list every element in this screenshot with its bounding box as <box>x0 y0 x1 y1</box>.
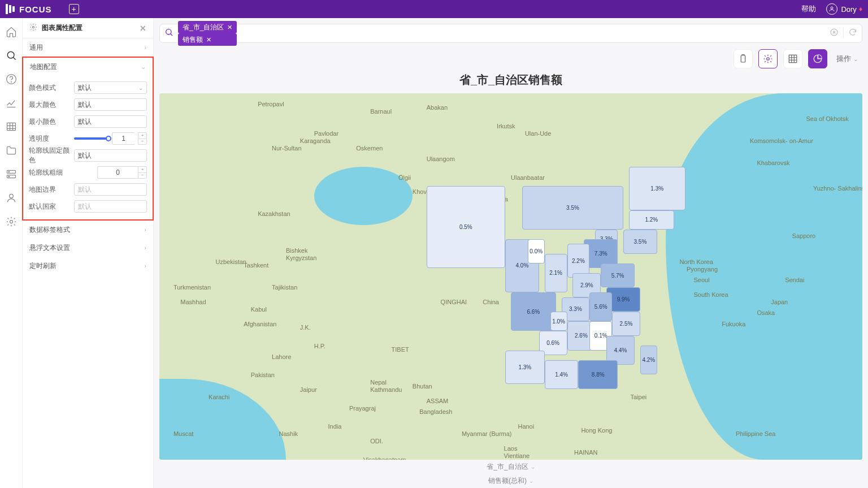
map-canvas[interactable]: KazakhstanMongoliaKyrgyzstanUzbekistanTa… <box>159 93 862 460</box>
outline-width-value[interactable]: 0 <box>97 166 138 179</box>
clipboard-button[interactable] <box>734 49 753 68</box>
search-icon[interactable] <box>6 50 17 61</box>
outline-color-input[interactable]: 默认 <box>74 149 147 162</box>
province[interactable]: 3.5% <box>623 230 657 254</box>
map-label: Visakhapatnam <box>363 456 406 460</box>
province[interactable]: 8.8% <box>578 360 618 389</box>
map-label: Kathmandu <box>370 386 402 393</box>
refresh-icon[interactable] <box>848 28 857 39</box>
color-mode-select[interactable]: 默认 ⌄ <box>74 81 147 94</box>
map-label: Lahore <box>272 353 291 360</box>
server-icon[interactable] <box>6 169 17 180</box>
user-avatar-icon[interactable] <box>826 3 837 15</box>
clear-icon[interactable] <box>830 28 839 39</box>
map-label: Kazakhstan <box>258 210 290 217</box>
max-color-input[interactable]: 默认 <box>74 98 147 111</box>
section-map-config[interactable]: 地图配置 ⌄ <box>23 58 153 76</box>
province[interactable]: 4.2% <box>640 346 657 374</box>
grid-button[interactable] <box>783 49 802 68</box>
map-label: Uzbekistan <box>216 258 246 265</box>
chevron-down-icon: ⌄ <box>529 478 533 484</box>
folder-icon[interactable] <box>6 145 17 156</box>
operate-menu[interactable]: 操作 ⌄ <box>836 54 858 64</box>
map-label: Mashhad <box>180 299 206 305</box>
map-extent-input[interactable]: 默认 <box>74 183 147 196</box>
settings-icon[interactable] <box>6 216 17 227</box>
user-icon[interactable] <box>6 192 17 204</box>
province[interactable]: 6.6% <box>511 292 556 331</box>
chip-remove-icon[interactable]: ✕ <box>227 24 232 31</box>
outline-width-stepper[interactable]: +− <box>138 166 147 179</box>
row-outline-width: 轮廓线粗细 0 +− <box>29 164 147 181</box>
svg-point-0 <box>831 7 833 9</box>
province[interactable]: 1.2% <box>629 210 674 230</box>
min-color-input[interactable]: 默认 <box>74 115 147 128</box>
map-label: Karaganda <box>300 137 331 144</box>
section-label: 定时刷新 <box>29 261 57 271</box>
map-label: HAINAN <box>574 449 598 456</box>
opacity-value[interactable]: 1 <box>112 132 134 145</box>
main-area: 省_市_自治区✕销售额✕ 操作 ⌄ 省_市_自治区销售额 <box>154 18 868 488</box>
step-up[interactable]: + <box>138 132 147 139</box>
province[interactable]: 5.7% <box>601 264 635 288</box>
province[interactable]: 2.5% <box>612 312 640 336</box>
gem-icon: ♦ <box>859 5 862 13</box>
map-label: Fukuoka <box>722 321 745 327</box>
province[interactable]: 1.0% <box>550 312 567 331</box>
chart-title: 省_市_自治区销售额 <box>159 72 862 88</box>
panel-header: 图表属性配置 ✕ <box>23 18 153 38</box>
search-icon <box>164 28 173 39</box>
default-country-input[interactable]: 默认 <box>74 200 147 213</box>
province[interactable]: 1.3% <box>505 351 545 385</box>
map-label: Bishkek <box>286 247 308 254</box>
opacity-stepper[interactable]: +− <box>138 132 147 145</box>
footer-measure[interactable]: 销售额(总和)⌄ <box>159 474 862 488</box>
step-up[interactable]: + <box>138 166 147 172</box>
map-label: Osaka <box>757 309 775 316</box>
step-down[interactable]: − <box>138 172 147 179</box>
settings-button[interactable] <box>758 49 778 68</box>
home-icon[interactable] <box>6 26 17 37</box>
chart-type-button[interactable] <box>808 49 827 68</box>
chevron-down-icon: ⌄ <box>141 63 146 71</box>
query-chip[interactable]: 省_市_自治区✕ <box>178 21 237 33</box>
map-label: Philippine Sea <box>736 430 775 437</box>
section-label: 地图配置 <box>30 62 57 72</box>
table-icon[interactable] <box>6 121 17 132</box>
map-label: India <box>328 423 342 430</box>
field-label: 地图边界 <box>29 185 70 195</box>
section-data-label[interactable]: 数据标签格式 › <box>23 221 153 239</box>
province[interactable]: 2.1% <box>545 254 567 292</box>
chip-remove-icon[interactable]: ✕ <box>206 36 211 44</box>
help-icon[interactable] <box>6 74 17 85</box>
username[interactable]: Dory <box>841 5 856 14</box>
close-icon[interactable]: ✕ <box>140 24 146 33</box>
row-outline-color: 轮廓线固定颜色 默认 <box>29 147 147 164</box>
row-map-extent: 地图边界 默认 <box>29 181 147 198</box>
query-bar[interactable]: 省_市_自治区✕销售额✕ <box>159 24 862 43</box>
map-label: Tajikistan <box>272 284 297 291</box>
svg-point-8 <box>8 176 10 177</box>
province[interactable]: 0.0% <box>528 239 545 264</box>
section-auto-refresh[interactable]: 定时刷新 › <box>23 257 153 275</box>
province[interactable]: 1.3% <box>629 167 685 210</box>
footer-dimension[interactable]: 省_市_自治区⌄ <box>159 460 862 474</box>
province[interactable]: 3.5% <box>522 186 623 230</box>
province[interactable]: 1.4% <box>545 360 579 389</box>
field-label: 最大颜色 <box>29 100 70 110</box>
chart-properties-panel: 图表属性配置 ✕ 通用 › 地图配置 ⌄ 颜色模式 默认 ⌄ <box>23 18 154 488</box>
chart-icon[interactable] <box>6 97 17 109</box>
province[interactable]: 5.6% <box>589 292 612 321</box>
section-general[interactable]: 通用 › <box>23 38 153 57</box>
step-down[interactable]: − <box>138 139 147 145</box>
separator <box>843 29 844 38</box>
province[interactable]: 0.5% <box>427 186 505 268</box>
map-label: Komsomolsk- on-Amur <box>750 137 813 144</box>
map-label: Karachi <box>209 394 229 400</box>
map-label: Barnaul <box>370 108 392 115</box>
new-button[interactable]: + <box>69 4 79 14</box>
section-hover-text[interactable]: 悬浮文本设置 › <box>23 239 153 257</box>
help-link[interactable]: 帮助 <box>801 4 816 14</box>
map-label: Afghanistan <box>244 321 276 327</box>
opacity-slider[interactable] <box>74 137 108 140</box>
